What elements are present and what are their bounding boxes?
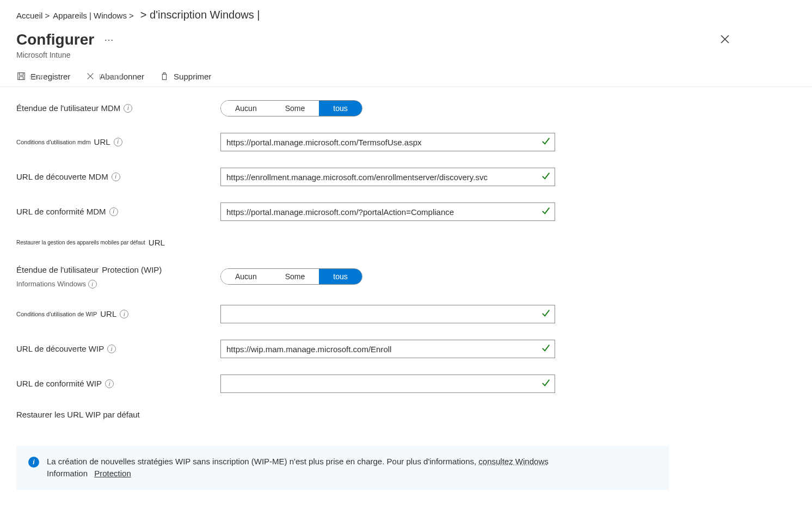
valid-check-icon bbox=[541, 308, 551, 320]
valid-check-icon bbox=[541, 206, 551, 218]
url-word: URL bbox=[100, 309, 116, 320]
breadcrumb-devices[interactable]: Appareils | Windows > bbox=[53, 11, 134, 20]
mdm-scope-none[interactable]: Aucun bbox=[221, 101, 271, 116]
mdm-scope-label: Étendue de l'utilisateur MDM bbox=[16, 103, 120, 114]
restore-mdm-label[interactable]: Restaurer la gestion des appareils mobil… bbox=[16, 239, 145, 247]
info-icon[interactable]: i bbox=[112, 173, 120, 181]
wip-compliance-label: URL de conformité WIP bbox=[16, 378, 102, 389]
svg-rect-2 bbox=[19, 77, 23, 79]
info-icon[interactable]: i bbox=[124, 104, 132, 113]
wip-discovery-label: URL de découverte WIP bbox=[16, 343, 104, 354]
save-button[interactable]: Enregistrer save bbox=[16, 71, 70, 81]
banner-text-2: Information bbox=[47, 469, 88, 478]
mdm-compliance-label: URL de conformité MDM bbox=[16, 206, 106, 217]
wip-terms-input[interactable] bbox=[220, 305, 555, 323]
valid-check-icon bbox=[541, 378, 551, 390]
info-icon[interactable]: i bbox=[88, 280, 97, 288]
delete-button[interactable]: Supprimer bbox=[159, 71, 211, 81]
wip-scope-label-2: Protection (WIP) bbox=[102, 265, 162, 275]
toolbar: Enregistrer save Abandonner Discard Supp… bbox=[16, 71, 796, 87]
mdm-discovery-label: URL de découverte MDM bbox=[16, 171, 108, 182]
discard-icon bbox=[85, 71, 95, 81]
restore-wip-link[interactable]: Restaurer les URL WIP par défaut bbox=[16, 409, 140, 420]
wip-discovery-input[interactable] bbox=[220, 340, 555, 358]
save-label: Enregistrer bbox=[30, 72, 70, 81]
url-word: URL bbox=[149, 237, 165, 248]
discard-label: Abandonner bbox=[100, 72, 144, 81]
info-icon[interactable]: i bbox=[105, 379, 114, 388]
info-banner-icon: i bbox=[28, 457, 39, 468]
mdm-scope-all[interactable]: tous bbox=[319, 101, 361, 116]
mdm-terms-label: Conditions d'utilisation mdm bbox=[16, 138, 91, 146]
info-icon[interactable]: i bbox=[109, 207, 118, 216]
banner-text-1: La création de nouvelles stratégies WIP … bbox=[47, 457, 478, 466]
discard-button[interactable]: Abandonner Discard bbox=[85, 71, 144, 81]
banner-link-2[interactable]: Protection bbox=[94, 469, 131, 478]
wip-scope-some[interactable]: Some bbox=[271, 269, 319, 284]
wip-scope-none[interactable]: Aucun bbox=[221, 269, 271, 284]
mdm-scope-segment: Aucun Some tous bbox=[220, 100, 362, 116]
info-icon[interactable]: i bbox=[120, 310, 128, 318]
valid-check-icon bbox=[541, 136, 551, 148]
page-title: Configurer bbox=[16, 31, 94, 48]
close-button[interactable] bbox=[719, 34, 730, 46]
banner-link-1[interactable]: consultez Windows bbox=[478, 457, 548, 466]
info-banner: i La création de nouvelles stratégies WI… bbox=[16, 446, 669, 490]
breadcrumb-home[interactable]: Accueil > bbox=[16, 11, 50, 20]
svg-rect-0 bbox=[18, 73, 25, 80]
delete-label: Supprimer bbox=[174, 72, 211, 81]
wip-scope-label-3: Informations Windows bbox=[16, 280, 86, 288]
wip-scope-all[interactable]: tous bbox=[319, 269, 361, 284]
close-icon bbox=[719, 34, 730, 45]
info-icon[interactable]: i bbox=[107, 345, 116, 353]
breadcrumb: Accueil > Appareils | Windows > > d'insc… bbox=[16, 9, 796, 21]
svg-rect-1 bbox=[19, 73, 23, 76]
mdm-discovery-input[interactable] bbox=[220, 168, 555, 186]
info-icon[interactable]: i bbox=[114, 138, 122, 146]
valid-check-icon bbox=[541, 343, 551, 355]
url-word: URL bbox=[94, 137, 110, 148]
more-actions-icon[interactable]: … bbox=[104, 32, 114, 44]
wip-scope-label-1: Étendue de l'utilisateur bbox=[16, 265, 99, 275]
toolbar-divider bbox=[0, 87, 812, 87]
wip-scope-segment: Aucun Some tous bbox=[220, 268, 362, 285]
breadcrumb-enrollment[interactable]: > d'inscription Windows | bbox=[140, 9, 260, 21]
mdm-compliance-input[interactable] bbox=[220, 202, 555, 221]
valid-check-icon bbox=[541, 171, 551, 183]
wip-terms-label: Conditions d'utilisation de WIP bbox=[16, 310, 97, 318]
mdm-scope-some[interactable]: Some bbox=[271, 101, 319, 116]
save-icon bbox=[16, 71, 26, 81]
delete-icon bbox=[159, 71, 169, 81]
wip-compliance-input[interactable] bbox=[220, 374, 555, 393]
page-subtitle: Microsoft Intune bbox=[16, 51, 796, 59]
mdm-terms-input[interactable] bbox=[220, 133, 555, 151]
